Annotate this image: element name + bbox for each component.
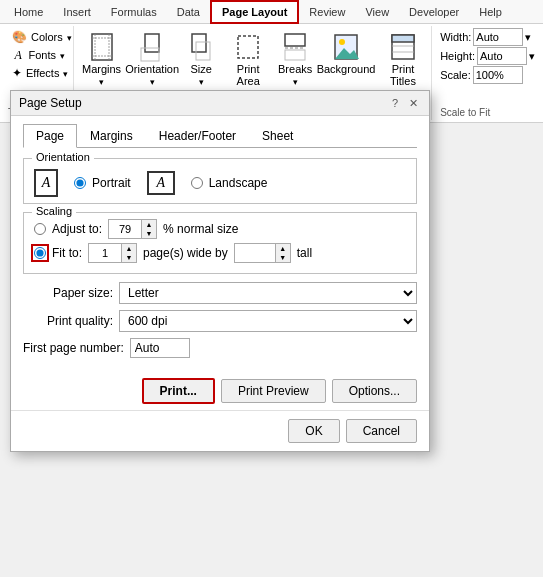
orientation-row: A Portrait A Landscape xyxy=(34,165,406,197)
width-label: Width: xyxy=(440,31,471,43)
cancel-button[interactable]: Cancel xyxy=(346,419,417,443)
effects-button[interactable]: ✦ Effects xyxy=(8,64,69,82)
svg-rect-17 xyxy=(392,35,414,42)
adjust-to-spin-btns: ▲ ▼ xyxy=(141,220,156,238)
colors-icon: 🎨 xyxy=(12,30,27,44)
dialog-controls: ? ✕ xyxy=(387,95,421,111)
adjust-suffix: % normal size xyxy=(163,222,238,236)
portrait-radio[interactable] xyxy=(74,177,86,189)
adjust-to-increment[interactable]: ▲ xyxy=(142,220,156,229)
tab-data[interactable]: Data xyxy=(167,0,210,23)
orientation-label: Orientation xyxy=(125,63,179,75)
adjust-to-row: Adjust to: ▲ ▼ % normal size xyxy=(34,219,406,239)
scaling-section: Scaling Adjust to: ▲ ▼ % normal size Fit… xyxy=(23,212,417,274)
dialog-titlebar: Page Setup ? ✕ xyxy=(11,91,429,116)
svg-rect-6 xyxy=(141,48,159,61)
tab-review[interactable]: Review xyxy=(299,0,355,23)
fit-tall-input[interactable] xyxy=(235,244,275,262)
svg-point-14 xyxy=(339,39,345,45)
tab-margins[interactable]: Margins xyxy=(77,124,146,148)
tab-help[interactable]: Help xyxy=(469,0,512,23)
margins-chevron xyxy=(99,75,104,87)
fit-pages-suffix: page(s) wide by xyxy=(143,246,228,260)
portrait-option[interactable]: Portrait xyxy=(74,176,131,190)
colors-chevron xyxy=(67,31,72,43)
tab-page-layout[interactable]: Page Layout xyxy=(210,0,299,24)
landscape-label: Landscape xyxy=(209,176,268,190)
fit-to-radio[interactable] xyxy=(34,247,46,259)
adjust-to-decrement[interactable]: ▼ xyxy=(142,229,156,238)
paper-size-select[interactable]: Letter xyxy=(119,282,417,304)
margins-icon xyxy=(86,31,118,63)
fit-pages-increment[interactable]: ▲ xyxy=(122,244,136,253)
fit-tall-increment[interactable]: ▲ xyxy=(276,244,290,253)
dialog-close-button[interactable]: ✕ xyxy=(405,95,421,111)
breaks-label: Breaks xyxy=(278,63,312,75)
tab-sheet[interactable]: Sheet xyxy=(249,124,306,148)
margins-label: Margins xyxy=(82,63,121,75)
size-label: Size xyxy=(190,63,211,75)
adjust-to-radio[interactable] xyxy=(34,223,46,235)
background-label: Background xyxy=(317,63,376,75)
fit-tall-decrement[interactable]: ▼ xyxy=(276,253,290,262)
dialog-help-button[interactable]: ? xyxy=(387,95,403,111)
orientation-chevron xyxy=(150,75,155,87)
fit-pages-spinner: ▲ ▼ xyxy=(88,243,137,263)
tab-developer[interactable]: Developer xyxy=(399,0,469,23)
breaks-chevron xyxy=(293,75,298,87)
fit-pages-input[interactable] xyxy=(89,244,121,262)
colors-button[interactable]: 🎨 Colors xyxy=(8,28,69,46)
scale-input[interactable] xyxy=(473,66,523,84)
print-quality-select[interactable]: 600 dpi xyxy=(119,310,417,332)
ribbon-tab-bar: Home Insert Formulas Data Page Layout Re… xyxy=(0,0,543,24)
ok-button[interactable]: OK xyxy=(288,419,339,443)
fit-to-label: Fit to: xyxy=(52,246,82,260)
effects-chevron xyxy=(63,67,68,79)
width-input[interactable] xyxy=(473,28,523,46)
print-preview-button[interactable]: Print Preview xyxy=(221,379,326,403)
height-input[interactable] xyxy=(477,47,527,65)
print-area-label: Print Area xyxy=(230,63,266,87)
landscape-icon: A xyxy=(147,171,175,195)
dialog-action-row: Print... Print Preview Options... xyxy=(11,372,429,410)
width-row: Width: ▾ xyxy=(440,28,535,46)
breaks-icon xyxy=(279,31,311,63)
fit-tall-suffix: tall xyxy=(297,246,312,260)
width-chevron: ▾ xyxy=(525,31,531,44)
fonts-button[interactable]: A Fonts xyxy=(8,46,69,64)
svg-rect-9 xyxy=(238,36,258,58)
orientation-section-title: Orientation xyxy=(32,151,94,163)
print-titles-label: Print Titles xyxy=(384,63,422,87)
svg-rect-8 xyxy=(196,42,210,60)
dialog-title: Page Setup xyxy=(19,96,82,110)
svg-rect-10 xyxy=(285,34,305,46)
print-titles-icon xyxy=(387,31,419,63)
adjust-to-input[interactable] xyxy=(109,220,141,238)
options-button[interactable]: Options... xyxy=(332,379,417,403)
svg-rect-7 xyxy=(192,34,206,52)
tab-home[interactable]: Home xyxy=(4,0,53,23)
fit-tall-spinner: ▲ ▼ xyxy=(234,243,291,263)
svg-rect-12 xyxy=(285,50,305,60)
tab-header-footer[interactable]: Header/Footer xyxy=(146,124,249,148)
page-setup-dialog: Page Setup ? ✕ Page Margins Header/Foote… xyxy=(10,90,430,452)
adjust-to-label: Adjust to: xyxy=(52,222,102,236)
fonts-chevron xyxy=(60,49,65,61)
print-button[interactable]: Print... xyxy=(142,378,215,404)
fit-to-row: Fit to: ▲ ▼ page(s) wide by ▲ ▼ ta xyxy=(34,243,406,263)
first-page-row: First page number: xyxy=(23,338,417,358)
tab-page[interactable]: Page xyxy=(23,124,77,148)
tab-insert[interactable]: Insert xyxy=(53,0,101,23)
fit-pages-decrement[interactable]: ▼ xyxy=(122,253,136,262)
landscape-radio[interactable] xyxy=(191,177,203,189)
height-chevron: ▾ xyxy=(529,50,535,63)
effects-icon: ✦ xyxy=(12,66,22,80)
portrait-label: Portrait xyxy=(92,176,131,190)
first-page-input[interactable] xyxy=(130,338,190,358)
tab-formulas[interactable]: Formulas xyxy=(101,0,167,23)
scale-fields: Width: ▾ Height: ▾ Scale: xyxy=(440,28,535,84)
tab-view[interactable]: View xyxy=(355,0,399,23)
scale-row: Scale: xyxy=(440,66,535,84)
landscape-option[interactable]: Landscape xyxy=(191,176,268,190)
portrait-icon: A xyxy=(34,169,58,197)
